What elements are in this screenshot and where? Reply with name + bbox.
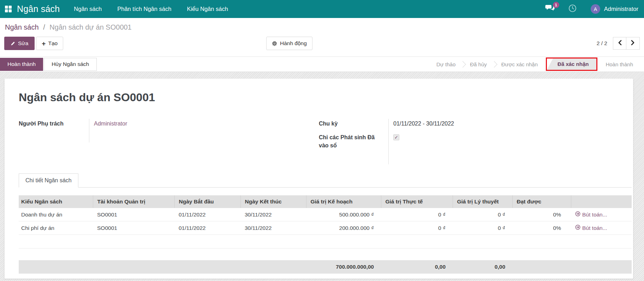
edit-button[interactable]: Sửa [4,37,35,50]
statusbar: Hoàn thành Hủy Ngân sách Dự thảo Đã hủy … [0,56,644,72]
messages-button[interactable]: 1 [545,5,555,13]
column-header-entries [571,195,632,208]
totals-row: 700.000.000,00 0,00 0,00 [19,260,632,274]
column-header-achievement[interactable]: Đạt được [512,195,571,208]
entries-link-label: Bút toán... [582,225,607,231]
apps-grid-icon[interactable] [5,6,12,12]
form-sheet: Ngân sách dự án SO0001 Người Phụ trách A… [4,79,633,279]
field-responsible: Người Phụ trách Administrator [19,119,319,142]
column-header-budget-type[interactable]: Kiểu Ngân sách [19,195,93,208]
column-header-practical-amount[interactable]: Giá trị Thực tế [381,195,453,208]
responsible-value: Administrator [89,119,127,142]
field-group-left: Người Phụ trách Administrator [19,119,319,164]
period-label: Chu kỳ [319,119,389,133]
status-steps: Dự thảo Đã hủy Được xác nhận Đã xác nhận… [430,57,644,71]
pager-counter: 2 / 2 [597,40,607,47]
form-background: Ngân sách dự án SO0001 Người Phụ trách A… [0,72,644,281]
red-highlight-box: Đã xác nhận [546,57,597,71]
tab-budget-lines[interactable]: Chi tiết Ngân sách [19,173,78,188]
field-posted-only: Chỉ các Phát sinh Đã vào sổ ✓ [319,133,619,164]
entries-link-label: Bút toán... [582,212,607,218]
cell-budget-type: Chi phí dự án [19,221,93,235]
pencil-icon [11,41,15,46]
circled-arrow-right-icon [575,225,582,231]
column-header-theoretical-amount[interactable]: Giá trị Lý thuyết [453,195,512,208]
circled-arrow-right-icon [575,211,582,218]
cell-theoretical-amount: 0 ₫ [453,221,512,235]
cell-budget-type: Doanh thu dự án [19,208,93,221]
status-step-da-huy[interactable]: Đã hủy [464,61,493,67]
field-period: Chu kỳ 01/11/2022 - 30/11/2022 [319,119,619,133]
action-button[interactable]: Hành động [266,37,312,50]
edit-button-label: Sửa [18,40,28,47]
check-icon: ✓ [394,135,398,140]
status-step-duoc-xac-nhan[interactable]: Được xác nhận [495,61,544,67]
column-header-analytic-account[interactable]: Tài khoản Quản trị [93,195,174,208]
responsible-link[interactable]: Administrator [94,121,127,127]
breadcrumb: Ngân sách / Ngân sách dự án SO0001 [4,23,640,32]
breadcrumb-current: Ngân sách dự án SO0001 [49,23,131,31]
user-name: Administrator [604,6,638,12]
pager-next-button[interactable] [626,37,640,50]
cell-achievement: 0% [512,221,571,235]
breadcrumb-parent-link[interactable]: Ngân sách [5,23,39,31]
table-row[interactable]: Chi phí dự án SO0001 01/11/2022 30/11/20… [19,221,632,235]
posted-only-checkbox[interactable]: ✓ [393,134,399,140]
cell-entries: Bút toán... [571,221,632,235]
cell-end-date: 30/11/2022 [240,221,306,235]
navbar-menus: Ngân sách Phân tích Ngân sách Kiểu Ngân … [74,6,228,12]
menu-ngan-sach[interactable]: Ngân sách [74,6,102,12]
status-step-da-xac-nhan-active[interactable]: Đã xác nhận [547,59,596,70]
cell-achievement: 0% [512,208,571,221]
avatar: A [591,4,600,14]
clock-icon [568,4,577,14]
total-theoretical: 0,00 [453,260,512,274]
column-header-end-date[interactable]: Ngày Kết thúc [240,195,306,208]
entries-link[interactable]: Bút toán... [575,211,607,218]
responsible-label: Người Phụ trách [19,119,89,142]
spacer-row [19,249,632,260]
activities-button[interactable] [568,4,577,14]
menu-kieu-ngan-sach[interactable]: Kiểu Ngân sách [187,6,228,12]
cell-analytic-account: SO0001 [93,221,174,235]
gear-icon [272,41,277,46]
field-group-right: Chu kỳ 01/11/2022 - 30/11/2022 Chỉ các P… [319,119,619,164]
menu-phan-tich-ngan-sach[interactable]: Phân tích Ngân sách [117,6,171,12]
status-step-du-thao[interactable]: Dự thảo [430,61,461,67]
empty-row [19,235,632,249]
done-button[interactable]: Hoàn thành [0,58,43,71]
cell-entries: Bút toán... [571,208,632,221]
cell-analytic-account: SO0001 [93,208,174,221]
total-planned: 700.000.000,00 [306,260,381,274]
table-row[interactable]: Doanh thu dự án SO0001 01/11/2022 30/11/… [19,208,632,221]
period-value: 01/11/2022 - 30/11/2022 [389,119,454,133]
table-header-row: Kiểu Ngân sách Tài khoản Quản trị Ngày B… [19,195,632,208]
total-practical: 0,00 [381,260,453,274]
cell-start-date: 01/11/2022 [174,221,240,235]
chevron-right-icon [631,40,635,47]
cell-practical-amount: 0 ₫ [381,221,453,235]
plus-icon: + [42,40,46,47]
posted-only-label: Chỉ các Phát sinh Đã vào sổ [319,133,389,164]
status-step-hoan-thanh[interactable]: Hoàn thành [600,61,639,67]
cancel-budget-button[interactable]: Hủy Ngân sách [44,58,97,71]
column-header-planned-amount[interactable]: Giá trị Kế hoạch [306,195,381,208]
cell-planned-amount: 200.000.000 ₫ [306,221,381,235]
app-window: Ngân sách Ngân sách Phân tích Ngân sách … [0,0,644,281]
field-groups: Người Phụ trách Administrator Chu kỳ 01/… [19,119,619,164]
column-header-start-date[interactable]: Ngày Bắt đầu [174,195,240,208]
entries-link[interactable]: Bút toán... [575,225,607,231]
user-menu[interactable]: A Administrator [591,4,638,14]
budget-lines-table: Kiểu Ngân sách Tài khoản Quản trị Ngày B… [19,195,632,274]
posted-only-value: ✓ [389,133,399,164]
action-button-label: Hành động [280,40,307,47]
pager-previous-button[interactable] [613,37,626,50]
navbar-right: 1 A Administrator [545,4,638,14]
chevron-left-icon [618,40,622,47]
pager: 2 / 2 [597,37,640,50]
record-title: Ngân sách dự án SO0001 [19,79,619,104]
app-brand-title: Ngân sách [17,4,60,14]
create-button[interactable]: + Tạo [36,37,63,50]
control-panel: Ngân sách / Ngân sách dự án SO0001 Sửa +… [0,18,644,54]
cell-end-date: 30/11/2022 [240,208,306,221]
